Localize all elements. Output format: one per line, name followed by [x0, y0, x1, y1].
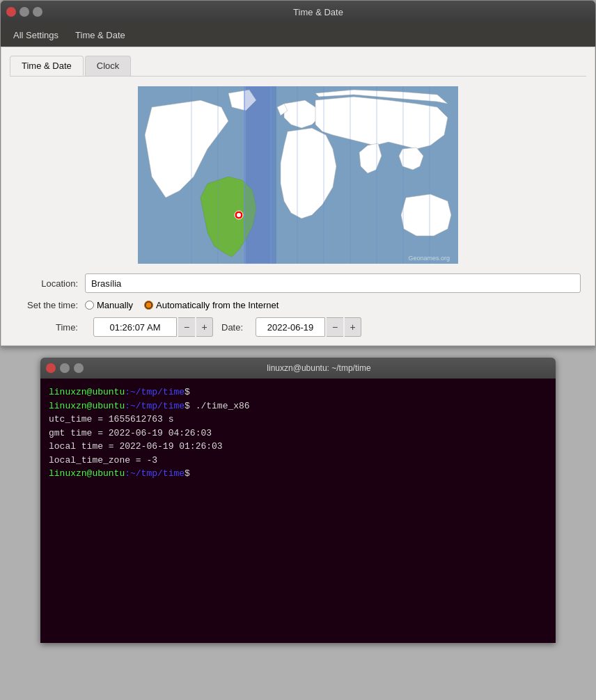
terminal-line-4: gmt time = 2022-06-19 04:26:03 [49, 427, 547, 440]
terminal-window: linuxzn@ubuntu: ~/tmp/time linuxzn@ubunt… [40, 358, 556, 643]
radio-auto-label: Automatically from the Internet [156, 300, 279, 310]
minimize-button[interactable] [19, 7, 29, 17]
svg-point-3 [237, 213, 241, 217]
terminal-titlebar: linuxzn@ubuntu: ~/tmp/time [40, 358, 556, 379]
menubar: All Settings Time & Date [1, 23, 595, 47]
term-dollar-1: $ [185, 387, 190, 397]
window-title: Time & Date [47, 7, 590, 17]
date-input[interactable] [256, 317, 325, 337]
world-map: Geonames.org [138, 86, 458, 264]
term-user-2: linuxzn@ubuntu [49, 401, 125, 411]
date-decrement-button[interactable]: − [327, 317, 343, 337]
term-user-7: linuxzn@ubuntu [49, 468, 125, 479]
set-time-row: Set the time: Manually Automatically fro… [10, 300, 586, 310]
terminal-body[interactable]: linuxzn@ubuntu:~/tmp/time$ linuxzn@ubunt… [40, 379, 556, 643]
location-row: Location: [10, 273, 586, 293]
svg-rect-14 [244, 86, 271, 264]
tab-time-date[interactable]: Time & Date [10, 56, 84, 76]
time-decrement-button[interactable]: − [178, 317, 195, 337]
terminal-title: linuxzn@ubuntu: ~/tmp/time [88, 363, 550, 373]
radio-manually[interactable]: Manually [85, 300, 133, 310]
term-path-2: :~/tmp/time [125, 401, 185, 411]
terminal-line-3: utc_time = 1655612763 s [49, 413, 547, 427]
time-increment-button[interactable]: + [196, 317, 213, 337]
radio-manually-label: Manually [97, 300, 133, 310]
term-dollar-2: $ [185, 401, 190, 411]
terminal-line-1: linuxzn@ubuntu:~/tmp/time$ [49, 385, 547, 399]
window-controls [6, 7, 42, 17]
titlebar: Time & Date [1, 1, 595, 23]
time-date-row: Time: − + Date: − + [10, 317, 586, 337]
terminal-close-button[interactable] [46, 363, 56, 373]
terminal-minimize-button[interactable] [60, 363, 70, 373]
date-input-group: − + [256, 317, 361, 337]
content-area: Time & Date Clock [1, 47, 595, 346]
term-user-1: linuxzn@ubuntu [49, 387, 125, 397]
time-label: Time: [15, 322, 85, 333]
time-input-group: − + [93, 317, 213, 337]
terminal-line-5: local time = 2022-06-19 01:26:03 [49, 440, 547, 454]
date-label: Date: [221, 322, 247, 333]
close-button[interactable] [6, 7, 16, 17]
terminal-line-7: linuxzn@ubuntu:~/tmp/time$ [49, 467, 547, 481]
location-label: Location: [15, 278, 85, 289]
term-path-7: :~/tmp/time [125, 468, 185, 479]
date-increment-button[interactable]: + [345, 317, 361, 337]
time-date-window: Time & Date All Settings Time & Date Tim… [0, 0, 596, 347]
term-path-1: :~/tmp/time [125, 387, 185, 397]
time-input[interactable] [93, 317, 177, 337]
tab-clock[interactable]: Clock [85, 56, 132, 76]
term-dollar-7: $ [185, 468, 190, 479]
radio-auto-input[interactable] [144, 301, 153, 310]
terminal-maximize-button[interactable] [74, 363, 84, 373]
term-cmd-2: ./time_x86 [190, 401, 250, 411]
terminal-line-2: linuxzn@ubuntu:~/tmp/time$ ./time_x86 [49, 399, 547, 413]
radio-manually-input[interactable] [85, 301, 94, 310]
terminal-line-6: local_time_zone = -3 [49, 454, 547, 468]
tab-bar: Time & Date Clock [10, 56, 586, 77]
menubar-item-time-date[interactable]: Time & Date [68, 27, 132, 43]
geonames-label: Geonames.org [408, 255, 450, 262]
maximize-button[interactable] [33, 7, 42, 17]
radio-auto[interactable]: Automatically from the Internet [144, 300, 279, 310]
set-time-label: Set the time: [15, 300, 85, 310]
map-svg: Geonames.org [138, 86, 458, 264]
menubar-item-all-settings[interactable]: All Settings [6, 27, 65, 43]
location-input[interactable] [85, 273, 581, 293]
